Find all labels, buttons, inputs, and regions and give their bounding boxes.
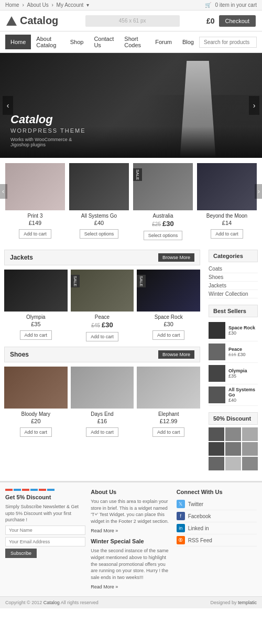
- shoe-price-1: £20: [4, 418, 68, 424]
- nav-search[interactable]: [199, 37, 257, 48]
- categories-widget: Categories Coats Shoes Jackets Winter Co…: [209, 250, 258, 298]
- jacket-cart-2[interactable]: Add to cart: [86, 332, 118, 341]
- shoe-cart-1[interactable]: Add to cart: [20, 427, 52, 437]
- discount-widget-title: Get 5% Discount: [5, 494, 85, 500]
- cart-count-text: 0 item in your cart: [215, 2, 257, 8]
- shoe-product-3: Elephant £12.99 Add to cart: [137, 367, 200, 437]
- jacket-product-1: Olympia £35 Add to cart: [4, 270, 68, 341]
- bestseller-name-3: Olympia: [228, 368, 247, 373]
- top-bar: Home › About Us › My Account ▾ 🛒 0 item …: [0, 0, 262, 10]
- shoes-browse-more[interactable]: Browse More: [158, 350, 194, 359]
- connect-widget: Connect With Us 𝕏 Twitter f Facebook in …: [177, 489, 257, 590]
- shoe-name-2: Days End: [71, 411, 134, 417]
- linkedin-link[interactable]: in Linked in: [177, 522, 257, 534]
- carousel-inner: Print 3 £149 Add to cart All Systems Go …: [5, 163, 257, 240]
- category-winter[interactable]: Winter Collection: [209, 290, 258, 298]
- nav-shortcodes[interactable]: Short Codes: [119, 31, 150, 52]
- winter-read-more[interactable]: Read More »: [91, 584, 118, 589]
- carousel-next-button[interactable]: ›: [255, 184, 262, 199]
- nav-contact[interactable]: Contact Us: [89, 31, 119, 52]
- jacket-cart-1[interactable]: Add to cart: [20, 330, 52, 340]
- shoe-cart-2[interactable]: Add to cart: [86, 427, 118, 437]
- discount-thumb-7: [209, 457, 224, 470]
- powered-by-text: Designed by templatic: [210, 600, 257, 605]
- jacket-new-price-2: £30: [102, 321, 113, 329]
- shoe-name-3: Elephant: [137, 411, 200, 417]
- nav-shop[interactable]: Shop: [65, 35, 89, 49]
- jacket-name-1: Olympia: [4, 314, 68, 320]
- category-jackets[interactable]: Jackets: [209, 282, 258, 290]
- name-input[interactable]: [5, 525, 85, 535]
- jacket-name-3: Space Rock: [137, 314, 200, 320]
- bestseller-price-3: £35: [228, 373, 247, 379]
- shoe-image-2: [71, 367, 134, 409]
- color-bar-blue2: [30, 489, 38, 491]
- shoe-image-3: [137, 367, 200, 409]
- color-bar-red3: [39, 489, 46, 491]
- home-link[interactable]: Home: [5, 2, 19, 8]
- twitter-label: Twitter: [188, 501, 203, 507]
- add-to-cart-1[interactable]: Add to cart: [19, 229, 51, 239]
- cart-icon: 🛒: [205, 2, 211, 8]
- product-name-1: Print 3: [5, 213, 65, 219]
- about-widget-text: You can use this area to explain your st…: [91, 498, 171, 524]
- jacket-cart-3[interactable]: Add to cart: [152, 330, 185, 340]
- catalog-footer-link[interactable]: Catalog: [43, 600, 60, 605]
- checkout-button[interactable]: Checkout: [219, 15, 256, 27]
- nav-home[interactable]: Home: [5, 35, 31, 49]
- header-right: £0 Checkout: [206, 15, 256, 27]
- discount-widget-text: Simply Subscribe Newsletter & Get upto 5…: [5, 503, 85, 523]
- main-content: Jackets Browse More Olympia £35 Add to c…: [0, 245, 262, 481]
- search-input[interactable]: [199, 37, 257, 48]
- email-input[interactable]: [5, 537, 85, 546]
- about-link[interactable]: About Us: [27, 2, 49, 8]
- shoes-title: Shoes: [10, 351, 29, 358]
- footer-widgets: Get 5% Discount Simply Subscribe Newslet…: [0, 481, 262, 596]
- categories-title: Categories: [209, 250, 258, 262]
- templatic-link[interactable]: templatic: [238, 600, 257, 605]
- bestseller-price-2: £15 £30: [228, 352, 246, 357]
- discount-thumb-4: [209, 442, 224, 456]
- category-coats[interactable]: Coats: [209, 265, 258, 273]
- jackets-title: Jackets: [10, 254, 33, 261]
- hero-prev-button[interactable]: ‹: [3, 96, 13, 115]
- logo-text: Catalog: [20, 15, 58, 27]
- select-options-3[interactable]: Select options: [144, 231, 183, 240]
- about-widget: About Us You can use this area to explai…: [91, 489, 171, 590]
- bestseller-price-1: £30: [228, 330, 255, 336]
- hero-next-button[interactable]: ›: [249, 96, 259, 115]
- nav-blog[interactable]: Blog: [177, 35, 199, 49]
- hero-banner: Catalog WORDPRESS THEME Works with WooCo…: [0, 53, 262, 158]
- select-options-2[interactable]: Select options: [80, 229, 119, 239]
- subscribe-button[interactable]: Subscribe: [5, 549, 37, 558]
- discount-thumb-3: [242, 427, 258, 441]
- account-link[interactable]: My Account: [57, 2, 84, 8]
- content-left: Jackets Browse More Olympia £35 Add to c…: [0, 245, 204, 481]
- about-read-more[interactable]: Read More »: [91, 528, 118, 533]
- add-to-cart-4[interactable]: Add to cart: [211, 229, 243, 239]
- category-shoes[interactable]: Shoes: [209, 273, 258, 282]
- bestseller-img-2: [209, 344, 225, 360]
- shoe-product-2: Days End £16 Add to cart: [71, 367, 134, 437]
- twitter-icon: 𝕏: [177, 500, 185, 508]
- facebook-link[interactable]: f Facebook: [177, 510, 257, 522]
- shoe-cart-3[interactable]: Add to cart: [152, 427, 185, 437]
- jacket-image-2: SALE: [71, 270, 134, 312]
- winter-widget-title: Winter Special Sale: [91, 538, 171, 544]
- currency-display: £0: [206, 17, 215, 25]
- logo-icon: [6, 16, 17, 26]
- rss-link[interactable]: ⦿ RSS Feed: [177, 534, 257, 546]
- carousel-product-4: Beyond the Moon £14 Add to cart: [197, 163, 257, 240]
- nav-about[interactable]: About Catalog: [31, 31, 64, 52]
- twitter-link[interactable]: 𝕏 Twitter: [177, 498, 257, 510]
- jackets-browse-more[interactable]: Browse More: [158, 253, 194, 262]
- rss-label: RSS Feed: [188, 538, 212, 543]
- carousel-product-1: Print 3 £149 Add to cart: [5, 163, 65, 240]
- bestseller-name-1: Space Rock: [228, 325, 255, 330]
- connect-widget-title: Connect With Us: [177, 489, 257, 495]
- bestseller-img-4: [209, 387, 225, 403]
- linkedin-icon: in: [177, 524, 185, 532]
- nav-forum[interactable]: Forum: [150, 35, 177, 49]
- sidebar: Categories Coats Shoes Jackets Winter Co…: [204, 245, 262, 481]
- carousel-prev-button[interactable]: ‹: [0, 184, 7, 199]
